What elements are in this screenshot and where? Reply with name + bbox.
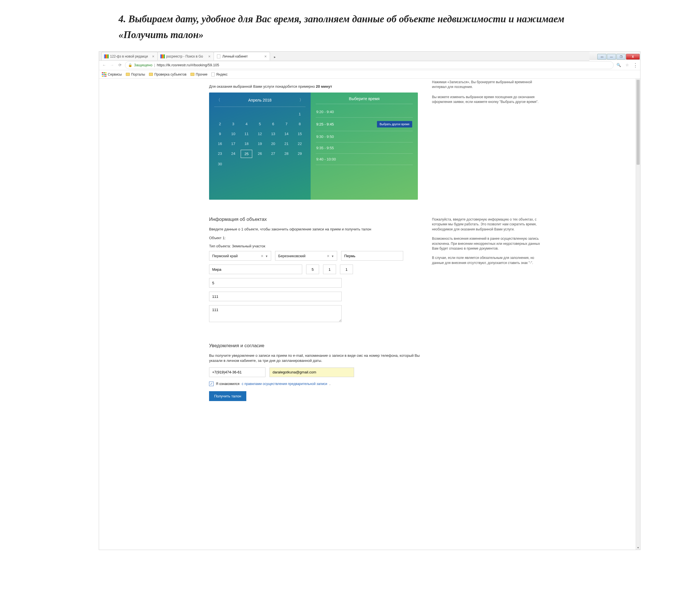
- separator: |: [154, 63, 155, 67]
- region-select[interactable]: Пермский край ✕ ▼: [209, 251, 271, 260]
- object-line-6-input[interactable]: [209, 292, 342, 301]
- browser-tab[interactable]: 122-фз в новой редакци×: [101, 52, 158, 60]
- chevron-down-icon: ▼: [331, 255, 334, 258]
- email-input[interactable]: [270, 368, 354, 377]
- bookmark-item[interactable]: Проверка субъектов: [149, 73, 187, 76]
- clear-icon[interactable]: ✕: [260, 254, 264, 258]
- section-consent-title: Уведомления и согласие: [209, 343, 463, 349]
- calendar-day[interactable]: 16: [214, 140, 226, 148]
- calendar-day[interactable]: 18: [241, 140, 252, 148]
- submit-button[interactable]: Получить талон: [209, 391, 246, 401]
- bookmark-item[interactable]: Порталы: [126, 73, 145, 76]
- clear-icon[interactable]: ✕: [326, 254, 330, 258]
- corp-input[interactable]: [323, 265, 336, 274]
- new-tab-button[interactable]: ▸: [272, 54, 278, 60]
- window-close-button[interactable]: X: [626, 54, 640, 60]
- consent-checkbox[interactable]: ✓: [209, 382, 214, 386]
- calendar-day[interactable]: 8: [294, 120, 305, 128]
- calendar-day[interactable]: 22: [294, 140, 305, 148]
- tab-close-button[interactable]: ×: [263, 54, 267, 59]
- calendar-day[interactable]: 30: [214, 160, 226, 168]
- calendar-day[interactable]: 11: [241, 130, 252, 138]
- calendar-day[interactable]: 28: [281, 150, 292, 158]
- object-textarea[interactable]: [209, 305, 342, 322]
- time-slot-label: 9:40 - 10:00: [316, 157, 336, 161]
- tab-label: 122-фз в новой редакци: [110, 54, 148, 59]
- calendar-day[interactable]: 5: [254, 120, 265, 128]
- scroll-thumb[interactable]: [637, 80, 640, 165]
- tab-close-button[interactable]: ×: [151, 54, 155, 59]
- phone-input[interactable]: [209, 368, 265, 377]
- bookmark-label: Яндекс: [216, 73, 227, 76]
- time-slot[interactable]: 9:40 - 10:00: [316, 154, 413, 165]
- bookmark-item[interactable]: Прочие: [190, 73, 208, 76]
- calendar-day[interactable]: 25: [241, 150, 252, 158]
- time-slot-label: 9:25 - 9:45: [316, 122, 334, 126]
- apps-icon: [102, 72, 107, 77]
- calendar-day[interactable]: 15: [294, 130, 305, 138]
- zoom-icon[interactable]: 🔍: [616, 62, 622, 68]
- street-input[interactable]: [209, 265, 302, 274]
- vertical-scrollbar[interactable]: ▴ ▾: [636, 79, 640, 550]
- window-controls: ▭ — ❐ X: [597, 54, 640, 60]
- calendar-day[interactable]: 3: [227, 120, 239, 128]
- forward-button: →: [109, 62, 115, 68]
- side-note-booking-1: Нажимая «Записаться», Вы бронируете выбр…: [432, 80, 542, 90]
- secure-label: Защищено: [134, 63, 152, 67]
- omnibox[interactable]: 🔒 Защищено | https://lk.rosreestr.ru/#/b…: [125, 61, 614, 69]
- house-input[interactable]: [306, 265, 319, 274]
- calendar-day[interactable]: 27: [267, 150, 279, 158]
- calendar-day[interactable]: 19: [254, 140, 265, 148]
- calendar-day[interactable]: 1: [294, 110, 305, 118]
- calendar-prev-button[interactable]: 〈: [214, 97, 223, 104]
- tab-label: Личный кабинет: [222, 54, 248, 59]
- time-slot-label: 9:20 - 9:40: [316, 110, 334, 114]
- section-consent-desc: Вы получите уведомление о записи на прие…: [209, 353, 424, 363]
- reload-button[interactable]: ⟳: [117, 62, 123, 68]
- bookmark-item[interactable]: Яндекс: [211, 73, 227, 76]
- browser-tab[interactable]: Личный кабинет×: [214, 52, 270, 60]
- calendar-day[interactable]: 13: [267, 130, 279, 138]
- choose-other-time-button[interactable]: Выбрать другое время: [377, 121, 412, 127]
- calendar-day[interactable]: 2: [214, 120, 226, 128]
- apps-button[interactable]: Сервисы: [102, 72, 122, 77]
- window-restore-down-button[interactable]: ▭: [597, 54, 606, 60]
- calendar-day[interactable]: 9: [214, 130, 226, 138]
- window-minimize-button[interactable]: —: [607, 54, 616, 60]
- calendar-next-button[interactable]: 〉: [297, 97, 305, 104]
- district-select[interactable]: Березниковский ✕ ▼: [275, 251, 337, 260]
- calendar-day[interactable]: 17: [227, 140, 239, 148]
- calendar-day[interactable]: 4: [241, 120, 252, 128]
- object-line-5-input[interactable]: [209, 278, 342, 288]
- kebab-menu-icon[interactable]: ⋮: [633, 62, 638, 68]
- tab-close-button[interactable]: ×: [208, 54, 211, 59]
- window-maximize-button[interactable]: ❐: [616, 54, 626, 60]
- calendar-day[interactable]: 12: [254, 130, 265, 138]
- time-slot[interactable]: 9:30 - 9:50: [316, 131, 413, 142]
- calendar-day[interactable]: 21: [281, 140, 292, 148]
- time-slot[interactable]: 9:35 - 9:55: [316, 142, 413, 154]
- back-button[interactable]: ←: [101, 62, 107, 68]
- time-slot[interactable]: 9:25 - 9:45Выбрать другое время: [316, 118, 413, 131]
- calendar-day[interactable]: 20: [267, 140, 279, 148]
- flat-input[interactable]: [340, 265, 353, 274]
- time-slot[interactable]: 9:20 - 9:40: [316, 106, 413, 118]
- calendar-day[interactable]: 7: [281, 120, 292, 128]
- time-slots: Выберите время 9:20 - 9:409:25 - 9:45Выб…: [311, 92, 418, 200]
- calendar-day[interactable]: 24: [227, 150, 239, 158]
- calendar-day[interactable]: 14: [281, 130, 292, 138]
- date-time-panel: 〈 Апрель 2018 〉 123456789101112131415161…: [209, 92, 418, 200]
- scroll-down-button[interactable]: ▾: [636, 545, 640, 550]
- calendar-day[interactable]: 6: [267, 120, 279, 128]
- city-input[interactable]: [341, 251, 403, 260]
- calendar-day[interactable]: 10: [227, 130, 239, 138]
- star-icon[interactable]: ☆: [624, 62, 630, 68]
- bookmark-label: Проверка субъектов: [154, 73, 187, 76]
- calendar-day[interactable]: 23: [214, 150, 226, 158]
- calendar-day[interactable]: 29: [294, 150, 305, 158]
- calendar-day[interactable]: 26: [254, 150, 265, 158]
- folder-icon: [126, 73, 130, 76]
- side-note-booking-2: Вы можете изменить выбранное время посещ…: [432, 95, 542, 105]
- consent-rules-link[interactable]: с правилами осуществления предварительно…: [242, 382, 327, 386]
- browser-tab[interactable]: росреестр - Поиск в Go×: [158, 52, 214, 60]
